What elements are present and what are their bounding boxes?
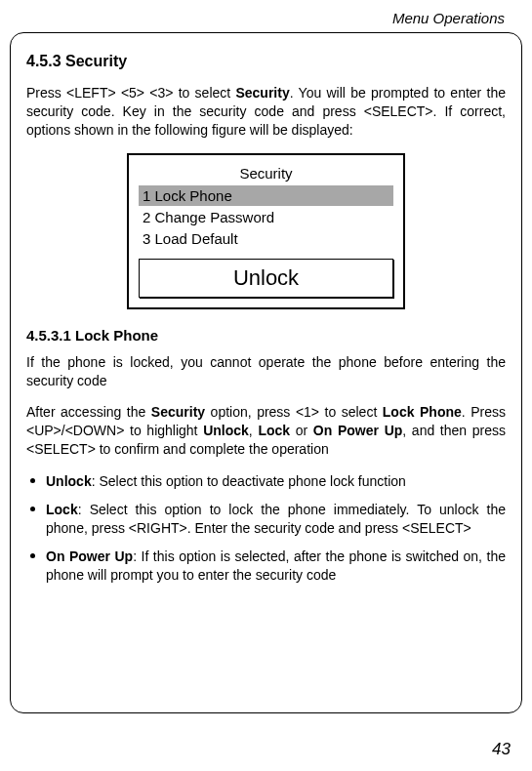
- bullet-rest: : Select this option to lock the phone i…: [46, 502, 506, 536]
- p2-mid4: or: [290, 423, 313, 438]
- sub-paragraph-2: After accessing the Security option, pre…: [26, 403, 506, 459]
- softkey-button[interactable]: Unlock: [139, 259, 393, 298]
- sub-paragraph-1: If the phone is locked, you cannot opera…: [26, 353, 506, 390]
- p2-b3: Unlock: [203, 423, 249, 438]
- intro-paragraph: Press <LEFT> <5> <3> to select Security.…: [26, 84, 506, 140]
- list-item: Unlock: Select this option to deactivate…: [26, 472, 506, 491]
- p2-b4: Lock: [258, 423, 290, 438]
- menu-item-load-default[interactable]: 3 Load Default: [139, 228, 393, 249]
- section-heading: 4.5.3 Security: [26, 53, 506, 70]
- content-frame: 4.5.3 Security Press <LEFT> <5> <3> to s…: [10, 32, 522, 713]
- page-number: 43: [492, 740, 511, 759]
- bullet-bold: On Power Up: [46, 548, 133, 564]
- p2-b2: Lock Phone: [383, 404, 462, 420]
- subsection-heading: 4.5.3.1 Lock Phone: [26, 327, 506, 344]
- bullet-rest: : Select this option to deactivate phone…: [92, 473, 406, 489]
- menu-item-change-password[interactable]: 2 Change Password: [139, 207, 393, 227]
- phone-screen-figure: Security 1 Lock Phone 2 Change Password …: [26, 153, 506, 309]
- screen-title: Security: [139, 165, 393, 182]
- list-item: Lock: Select this option to lock the pho…: [26, 501, 506, 538]
- p2-b1: Security: [151, 404, 205, 420]
- p2-b5: On Power Up: [313, 423, 402, 438]
- list-item: On Power Up: If this option is selected,…: [26, 548, 506, 585]
- p2-mid3: ,: [249, 423, 259, 438]
- phone-screen: Security 1 Lock Phone 2 Change Password …: [127, 153, 405, 309]
- bullet-list: Unlock: Select this option to deactivate…: [26, 472, 506, 584]
- intro-pre: Press <LEFT> <5> <3> to select: [26, 85, 235, 101]
- bullet-bold: Unlock: [46, 473, 92, 489]
- bullet-bold: Lock: [46, 502, 78, 517]
- chapter-header: Menu Operations: [10, 10, 505, 26]
- p2-pre: After accessing the: [26, 404, 151, 420]
- intro-bold: Security: [235, 85, 289, 101]
- page: Menu Operations 4.5.3 Security Press <LE…: [0, 0, 532, 771]
- p2-mid1: option, press <1> to select: [205, 404, 383, 420]
- menu-item-lock-phone[interactable]: 1 Lock Phone: [139, 185, 393, 206]
